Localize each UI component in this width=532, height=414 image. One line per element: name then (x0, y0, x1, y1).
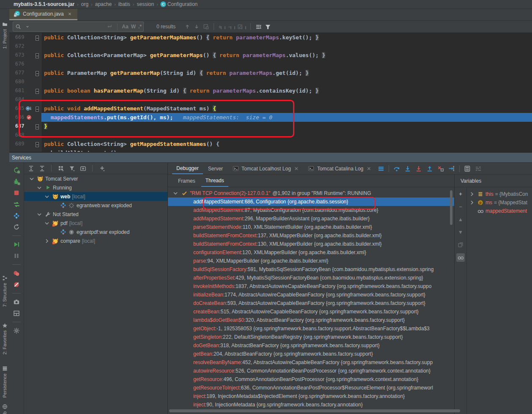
subtab-threads[interactable]: Threads (201, 175, 228, 187)
stack-frame-row[interactable]: lambda$doGetBean$0:320, AbstractBeanFact… (168, 316, 454, 324)
fold-marker-icon[interactable]: − (36, 51, 38, 60)
move-up-icon[interactable]: ▲ (456, 215, 465, 224)
add-plus-icon[interactable] (99, 165, 105, 172)
whole-words-toggle[interactable]: W (131, 24, 136, 30)
fold-marker-icon[interactable]: − (36, 33, 38, 42)
code-line-684[interactable]: 684 (9, 95, 532, 104)
pause-icon[interactable] (13, 252, 20, 260)
code-line-687[interactable]: 687−} (9, 122, 532, 131)
resume-icon[interactable] (13, 241, 20, 248)
show-watches-glasses-icon[interactable] (456, 253, 465, 262)
stack-frame-row[interactable]: parse:94, XMLMapperBuilder {org.apache.i… (168, 257, 454, 265)
breadcrumb-item[interactable]: ibatis (118, 1, 130, 7)
rerun-icon[interactable] (13, 166, 20, 174)
chevron-down-icon[interactable] (36, 184, 43, 191)
tool-window-button-persistence[interactable]: Persistence (0, 365, 9, 402)
stack-frame-row[interactable]: afterPropertiesSet:429, MybatisSqlSessio… (168, 274, 454, 282)
tab-configuration-java[interactable]: C Configuration.java (9, 9, 77, 20)
drop-frame-icon[interactable] (437, 165, 444, 172)
stack-frame-row[interactable]: getResource:496, CommonAnnotationBeanPos… (168, 375, 454, 384)
stack-frame-row[interactable]: inject:189, InjectionMetadata$InjectedEl… (168, 392, 454, 400)
chevron-down-icon[interactable] (28, 175, 35, 182)
move-down-icon[interactable]: ▼ (456, 228, 465, 236)
stack-frame-row[interactable]: addMappedStatement:686, Configuration {o… (168, 197, 454, 206)
variable-row-this[interactable]: this = {MybatisCon (467, 190, 532, 198)
stack-frame-row[interactable]: inject:90, InjectionMetadata {org.spring… (168, 400, 454, 409)
run-to-cursor-icon[interactable] (448, 165, 455, 172)
stack-frame-row[interactable]: buildStatementFromContext:137, XMLMapper… (168, 231, 454, 240)
add-service-frame-icon[interactable] (80, 165, 86, 172)
services-tree-item-web[interactable]: web [local] (24, 192, 167, 201)
code-line-669[interactable]: 669−public Collection<String> getParamet… (9, 33, 532, 42)
settings-gear-icon[interactable] (13, 327, 20, 334)
group-by-icon[interactable] (58, 165, 64, 172)
stack-frame-row[interactable]: getResourceToInject:636, CommonAnnotatio… (168, 384, 454, 392)
debugger-tab-tomcat-catalina-log[interactable]: Tomcat Catalina Log✕ (304, 163, 375, 174)
view-breakpoints-icon[interactable] (13, 269, 20, 277)
fold-marker-icon[interactable]: − (36, 86, 38, 95)
services-tree-item-pdf[interactable]: pdf [local] (24, 219, 167, 228)
stack-frame-row[interactable]: createBean:515, AbstractAutowireCapableB… (168, 307, 454, 316)
stack-frame-row[interactable]: initializeBean:1774, AbstractAutowireCap… (168, 291, 454, 299)
threads-list[interactable]: "RMI TCP Connection(2)-127.0.0.1"@1,902 … (168, 187, 454, 414)
stack-frame-row[interactable]: invokeInitMethods:1837, AbstractAutowire… (168, 282, 454, 291)
stack-frame-row[interactable]: buildSqlSessionFactory:591, MybatisSqlSe… (168, 265, 454, 274)
code-line-685[interactable]: 685−public void addMappedStatement(Mappe… (9, 104, 532, 113)
breadcrumb[interactable]: mybatis-3.5.1-sources.jar›org›apache›iba… (0, 0, 532, 9)
stack-frame-row[interactable]: buildStatementFromContext:130, XMLMapper… (168, 240, 454, 248)
code-line-677[interactable]: 677−public ParameterMap getParameterMap(… (9, 69, 532, 77)
code-line-680[interactable]: 680 (9, 77, 532, 86)
update-app-icon[interactable] (13, 200, 20, 208)
fold-marker-icon[interactable]: − (36, 69, 38, 77)
services-panel-header[interactable]: Services (9, 153, 532, 163)
tool-window-button--favorites[interactable]: 2: Favorites (0, 322, 9, 361)
debugger-tab-tomcat-localhost-log[interactable]: Tomcat Localhost Log✕ (228, 163, 303, 174)
code-line-688[interactable]: 688 (9, 131, 532, 140)
stack-frame-row[interactable]: getBean:204, AbstractBeanFactory {org.sp… (168, 350, 454, 358)
code-line[interactable]: buildAllStatements(); (9, 148, 532, 152)
match-case-toggle[interactable]: Aa (122, 24, 128, 30)
remove-occurrence-icon[interactable]: − (228, 24, 235, 30)
check-occurrence-icon[interactable]: ☑ (238, 24, 247, 30)
code-line-686[interactable]: 686 mappedStatements.put(ms.getId(), ms)… (9, 113, 532, 122)
chevron-right-icon[interactable] (469, 199, 475, 206)
force-step-into-icon[interactable] (415, 165, 422, 172)
enter-arrow-icon[interactable] (106, 23, 113, 30)
collapse-all-icon[interactable] (38, 165, 45, 172)
fold-marker-icon[interactable]: − (36, 140, 38, 148)
stack-frame-row[interactable]: configurationElement:120, XMLMapperBuild… (168, 248, 454, 257)
variable-row-mappedStatement[interactable]: mappedStatement (467, 207, 532, 215)
code-line-689[interactable]: 689−public Collection<String> getMappedS… (9, 140, 532, 148)
stack-frame-row[interactable]: parseStatementNode:110, XMLStatementBuil… (168, 223, 454, 231)
chevron-down-icon[interactable] (172, 190, 179, 197)
hamburger-icon[interactable] (378, 165, 384, 172)
evaluate-calculator-icon[interactable] (464, 165, 471, 172)
chevron-down-icon[interactable] (44, 220, 50, 227)
services-tree[interactable]: Tomcat ServerRunningweb [local]egrantweb… (24, 174, 167, 414)
stack-frame-row[interactable]: autowireResource:526, CommonAnnotationBe… (168, 367, 454, 375)
breadcrumb-item[interactable]: session (137, 1, 154, 7)
code-editor[interactable]: 669−public Collection<String> getParamet… (9, 33, 532, 153)
services-tree-item-tomcat-server[interactable]: Tomcat Server (24, 174, 167, 183)
variable-row-ms[interactable]: pms = {MappedStat (467, 198, 532, 207)
services-tree-item-not-started[interactable]: Not Started (24, 210, 167, 219)
code-line-673[interactable]: 673−public Collection<ParameterMap> getP… (9, 51, 532, 60)
debugger-tab-debugger[interactable]: Debugger (172, 163, 203, 174)
chevron-right-icon[interactable] (44, 238, 50, 244)
fold-marker-icon[interactable]: − (36, 104, 38, 113)
remove-watch-icon[interactable]: − (456, 203, 465, 211)
arrow-up-icon[interactable] (184, 23, 191, 30)
breadcrumb-item[interactable]: mybatis-3.5.1-sources.jar (14, 1, 74, 7)
close-icon[interactable]: ✕ (294, 166, 299, 172)
services-tree-item-compare[interactable]: compare [local] (24, 236, 167, 245)
open-in-editor-icon[interactable] (203, 23, 209, 30)
services-diamond-icon[interactable] (13, 212, 20, 219)
step-over-icon[interactable] (393, 165, 400, 172)
code-line-672[interactable]: 672 (9, 42, 532, 51)
subtab-frames[interactable]: Frames (174, 175, 200, 187)
code-line-676[interactable]: 676 (9, 60, 532, 69)
thread-dump-camera-icon[interactable] (13, 298, 20, 306)
refresh-icon[interactable] (13, 223, 20, 231)
debugger-tab-server[interactable]: Server (204, 163, 227, 174)
frames-vertical-scrollbar[interactable] (450, 190, 452, 225)
